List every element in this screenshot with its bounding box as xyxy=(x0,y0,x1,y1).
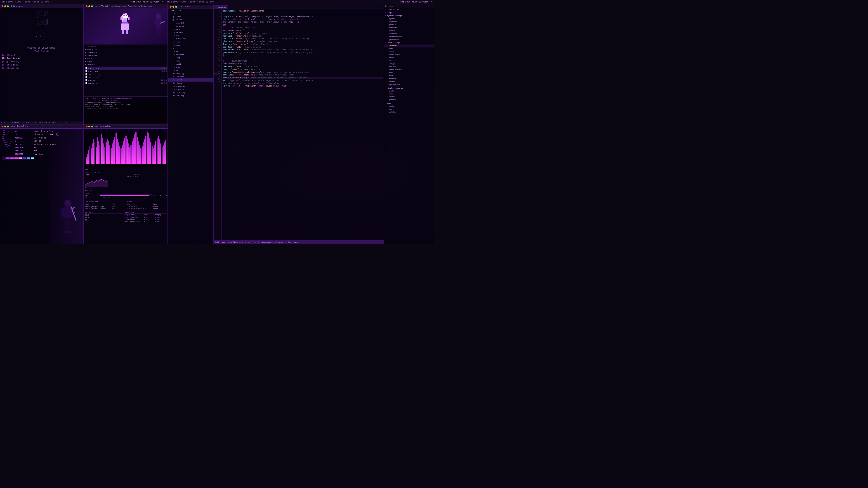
nf-close[interactable] xyxy=(2,126,3,127)
outline-np-name[interactable]: ·name xyxy=(384,93,434,96)
tree-style[interactable]: ▸style xyxy=(168,66,213,69)
outline-profile[interactable]: ·profile xyxy=(384,24,434,26)
outline-description[interactable]: ◦description xyxy=(384,8,434,11)
code-min[interactable] xyxy=(173,6,174,8)
outline-pkgs-src[interactable]: ·src xyxy=(384,108,434,111)
outline-email[interactable]: ·email xyxy=(384,51,434,54)
outline-theme[interactable]: ·theme xyxy=(384,57,434,59)
outline-term[interactable]: ·term xyxy=(384,71,434,74)
outline-wm[interactable]: ·wm xyxy=(384,59,434,62)
outline-hostname[interactable]: ·hostname xyxy=(384,20,434,23)
outline-nixpkgs-patched[interactable]: ▾nixpkgs-patched xyxy=(384,87,434,90)
min-dot[interactable] xyxy=(4,5,6,7)
code-line-19: # ----- USER SETTINGS ----- # xyxy=(223,60,383,63)
tree-hardware[interactable]: ▸hardware xyxy=(168,53,213,56)
nf-color-swatches xyxy=(2,157,82,160)
tree-wsl[interactable]: ▸wsl xyxy=(168,34,213,37)
outline-dotfilesdir[interactable]: ·dotfilesDir xyxy=(384,54,434,57)
file-item-readme[interactable]: 📄 README.org 10.0 K xyxy=(85,82,167,85)
tree-wm[interactable]: ▸wm xyxy=(168,69,213,72)
qute-key-close: [x] xyxy=(2,67,6,69)
outline-pkgs-patches[interactable]: ·patches xyxy=(384,111,434,113)
close-dot[interactable] xyxy=(2,5,3,7)
outline-defaultroamdir[interactable]: ·defaultRoamDir xyxy=(384,68,434,71)
outline-np-patches[interactable]: ·patches xyxy=(384,98,434,101)
outline-systemsettings[interactable]: ▾systemSettings xyxy=(384,14,434,18)
file-item-flakelock[interactable]: 📄 flake.lock 27.5 K xyxy=(85,67,167,70)
tree-worklab[interactable]: ▸worklab xyxy=(168,31,213,34)
tree-desktop-png[interactable]: ·desktop.png xyxy=(168,91,213,94)
outline-pkgs[interactable]: ▾pkgs xyxy=(384,102,434,105)
outline-username[interactable]: ·username xyxy=(384,44,434,47)
tree-readme-bottom[interactable]: ·README.org xyxy=(168,94,213,97)
tree-profiles[interactable]: ▾profiles xyxy=(168,18,213,22)
max-dot[interactable] xyxy=(7,5,9,7)
outline-system[interactable]: ·system xyxy=(384,18,434,20)
viz-bar-28 xyxy=(121,148,122,164)
fm-max-dot[interactable] xyxy=(91,5,93,7)
nf-min[interactable] xyxy=(4,126,6,127)
qute-menu-quickmarks[interactable]: [b] [Quickmarks] xyxy=(2,57,82,60)
outline-pkgs-system[interactable]: ·system xyxy=(384,105,434,108)
outline-outputs[interactable]: ◦outputs xyxy=(384,11,434,14)
code-close[interactable] xyxy=(170,6,172,8)
character-bottom xyxy=(56,199,79,244)
tree-patches[interactable]: ▸patches xyxy=(168,15,213,18)
tree-flakenix[interactable]: ·flake.nix xyxy=(168,78,213,82)
sm-temp-section: Temperatures xyxy=(85,201,125,203)
tree-readme-top[interactable]: ·README.org xyxy=(168,72,213,75)
term-output-3: 4.03M sum, 133k free 0/13 All xyxy=(86,105,166,107)
outline-name[interactable]: ·name xyxy=(384,47,434,51)
tree-shell[interactable]: ▸shell xyxy=(168,63,213,66)
tree-app[interactable]: ▸app xyxy=(168,50,213,53)
tree-dotfiles[interactable]: ▾.dotfiles xyxy=(168,9,213,12)
outline-bootmode[interactable]: ·bootMode xyxy=(384,32,434,35)
sm-disk-section: Disks xyxy=(127,201,166,203)
tree-user[interactable]: ▾user xyxy=(168,47,213,50)
tree-readme-profiles[interactable]: ·README.org xyxy=(168,37,213,40)
tree-installorg[interactable]: ·install.org xyxy=(168,85,213,88)
tree-system[interactable]: ▸system xyxy=(168,40,213,43)
outline-locale[interactable]: ·locale xyxy=(384,29,434,32)
tree-themes[interactable]: ▸themes xyxy=(168,43,213,47)
tree-pkgs[interactable]: ▸pkgs xyxy=(168,59,213,63)
file-item-license[interactable]: 📄 LICENSE 34.2 K xyxy=(85,79,167,82)
tree-flakelock[interactable]: ·flake.lock xyxy=(168,75,213,78)
sm-min[interactable] xyxy=(88,126,90,127)
sm-close[interactable] xyxy=(86,126,88,127)
fm-min-dot[interactable] xyxy=(88,5,90,7)
tree-homelab[interactable]: ▸home lab xyxy=(168,22,213,25)
code-max[interactable] xyxy=(175,6,177,8)
code-editor-area[interactable]: 1 2 3 4 5 6 7 8 9 10 11 12 13 14 15 16 1 xyxy=(214,9,384,240)
outline-bootmountpath[interactable]: ·bootMountPath xyxy=(384,35,434,38)
tree-hardensh[interactable]: ·harden.sh xyxy=(168,82,213,85)
tree-personal[interactable]: ▸personal xyxy=(168,25,213,28)
file-item-installorg[interactable]: 📄 install.org xyxy=(85,73,167,76)
tree-git[interactable]: ▸.git xyxy=(168,12,213,15)
tree-work[interactable]: ▸work xyxy=(168,28,213,31)
outline-editor[interactable]: ·editor xyxy=(384,80,434,84)
outline-browser[interactable]: ·browser xyxy=(384,66,434,68)
outline-usersettings[interactable]: ▾userSettings xyxy=(384,41,434,44)
qute-menu-history[interactable]: [$ h] [History] xyxy=(2,60,82,64)
outline-timezone[interactable]: ·timezone xyxy=(384,26,434,29)
fm-close-dot[interactable] xyxy=(86,5,88,7)
outline-wmtype[interactable]: ·wmType xyxy=(384,63,434,66)
qute-menu-search[interactable]: [o] [Search] xyxy=(2,54,82,57)
file-item-flakenix[interactable]: 📄 flake.nix 2.2 K xyxy=(85,70,167,73)
qute-menu-close[interactable]: [x] [Close tab] xyxy=(2,67,82,70)
nf-max[interactable] xyxy=(7,126,9,127)
tree-lang[interactable]: ▸lang xyxy=(168,56,213,59)
tree-installsh[interactable]: ·install.sh xyxy=(168,88,213,91)
code-content[interactable]: description = "Flake of LibrePhoenix"; o… xyxy=(221,9,384,240)
outline-spawneditor[interactable]: ·spawnEditor xyxy=(384,84,434,86)
outline-grubdevice[interactable]: ·grubDevice xyxy=(384,38,434,41)
outline-np-editor[interactable]: ·editor xyxy=(384,96,434,98)
qute-menu-newtab[interactable]: [t] [New tab] xyxy=(2,64,82,67)
sm-max[interactable] xyxy=(91,126,93,127)
outline-font[interactable]: ·font xyxy=(384,74,434,77)
code-tab-flakenix[interactable]: flake.nix xyxy=(215,5,228,8)
outline-fontpkg[interactable]: ·fontPkg xyxy=(384,77,434,80)
outline-np-system[interactable]: ·system xyxy=(384,90,434,93)
file-item-installsh[interactable]: 📄 install.sh xyxy=(85,76,167,79)
